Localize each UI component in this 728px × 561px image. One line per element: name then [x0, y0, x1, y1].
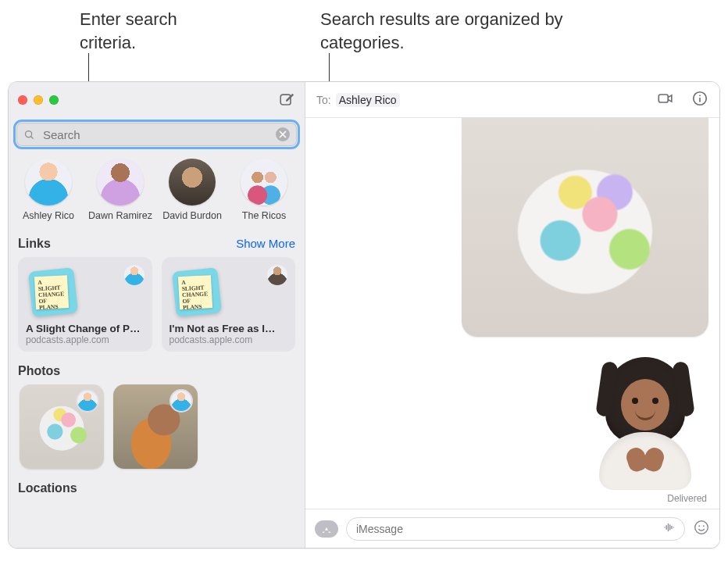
svg-point-7 [703, 525, 705, 527]
compose-icon [278, 91, 295, 109]
contact-name: Ashley Rico [16, 210, 80, 223]
clear-search-button[interactable] [276, 127, 290, 141]
video-icon [657, 90, 674, 107]
emoji-picker-button[interactable] [693, 519, 710, 539]
thumbnail-text: A SLIGHT CHANGE OF PLANS [34, 275, 69, 309]
close-window-button[interactable] [18, 95, 27, 105]
message-input-wrapper[interactable] [346, 517, 685, 541]
link-title: A Slight Change of P… [26, 323, 145, 334]
conversation-pane: To: Ashley Rico [305, 82, 719, 548]
avatar [25, 159, 72, 205]
photo-result[interactable] [113, 384, 198, 469]
conversation-header: To: Ashley Rico [305, 82, 719, 118]
sender-avatar [76, 389, 99, 413]
message-input[interactable] [355, 522, 662, 536]
smiley-icon [693, 519, 710, 536]
suggested-contacts: Ashley Rico Dawn Ramirez David Burdon Th… [9, 154, 305, 226]
sender-avatar [170, 389, 193, 413]
section-photos: Photos [9, 353, 305, 470]
contact-suggestion[interactable]: David Burdon [160, 159, 224, 223]
contact-suggestion[interactable]: Ashley Rico [16, 159, 80, 223]
section-locations: Locations [9, 470, 305, 495]
link-thumbnail: A SLIGHT CHANGE OF PLANS [172, 267, 222, 317]
compose-button[interactable] [278, 91, 295, 109]
messages-window: Ashley Rico Dawn Ramirez David Burdon Th… [8, 81, 720, 548]
svg-rect-2 [658, 94, 668, 102]
contact-suggestion[interactable]: Dawn Ramirez [88, 159, 152, 223]
dictation-button[interactable] [662, 520, 676, 538]
link-result[interactable]: A SLIGHT CHANGE OF PLANS A Slight Change… [18, 257, 152, 352]
avatar [241, 159, 287, 205]
message-thread[interactable]: Delivered [305, 118, 719, 509]
svg-point-4 [699, 95, 701, 96]
sender-avatar [123, 263, 146, 287]
apps-button[interactable] [315, 520, 338, 538]
search-icon [23, 129, 35, 141]
link-result[interactable]: A SLIGHT CHANGE OF PLANS I'm Not as Free… [162, 257, 296, 352]
search-input[interactable] [41, 127, 269, 142]
svg-point-1 [26, 130, 32, 137]
link-title: I'm Not as Free as I… [170, 323, 288, 334]
contact-name: David Burdon [160, 210, 224, 223]
link-source: podcasts.apple.com [26, 334, 145, 345]
section-title-photos: Photos [18, 364, 60, 378]
photo-result[interactable] [20, 384, 104, 469]
facetime-button[interactable] [657, 90, 674, 110]
waveform-icon [662, 520, 676, 534]
sidebar: Ashley Rico Dawn Ramirez David Burdon Th… [9, 82, 305, 548]
avatar [97, 159, 144, 205]
titlebar [9, 82, 305, 118]
sent-memoji-sticker[interactable] [587, 357, 704, 488]
zoom-window-button[interactable] [49, 95, 59, 105]
section-title-links: Links [18, 237, 51, 251]
callout-search: Enter search criteria. [80, 8, 236, 54]
section-links: Links Show More A SLIGHT CHANGE OF PLANS… [9, 226, 305, 353]
delivery-status: Delivered [667, 493, 707, 504]
contact-suggestion[interactable]: The Ricos [232, 159, 296, 223]
composer [305, 509, 719, 548]
search-field[interactable] [16, 123, 297, 146]
sender-avatar [266, 263, 289, 287]
link-thumbnail: A SLIGHT CHANGE OF PLANS [28, 267, 78, 317]
minimize-window-button[interactable] [34, 95, 43, 105]
x-icon [279, 130, 287, 138]
contact-name: The Ricos [232, 210, 296, 223]
avatar [169, 159, 216, 205]
show-more-links[interactable]: Show More [236, 237, 295, 250]
contact-name: Dawn Ramirez [88, 210, 152, 223]
svg-point-6 [698, 525, 700, 527]
section-title-locations: Locations [18, 481, 77, 495]
to-label: To: [316, 94, 331, 106]
svg-point-5 [695, 520, 708, 534]
info-icon [691, 90, 708, 107]
to-recipient[interactable]: Ashley Rico [336, 93, 400, 107]
callout-categories: Search results are organized by categori… [320, 8, 609, 54]
app-store-icon [320, 523, 333, 535]
sent-image-message[interactable] [462, 118, 708, 337]
details-button[interactable] [691, 90, 708, 110]
link-source: podcasts.apple.com [170, 334, 288, 345]
thumbnail-text: A SLIGHT CHANGE OF PLANS [177, 275, 212, 309]
